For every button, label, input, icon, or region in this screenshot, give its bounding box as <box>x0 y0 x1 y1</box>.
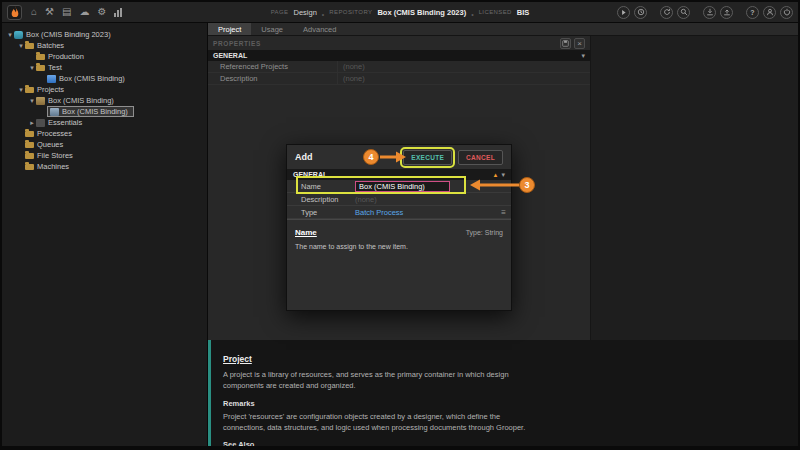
tree-item-label: Queues <box>37 140 63 149</box>
property-row-description[interactable]: Description (none) <box>208 73 590 85</box>
tree-item-project-parent[interactable]: Box (CMIS Binding) <box>2 95 207 106</box>
dialog-group-general[interactable]: GENERAL <box>287 169 511 180</box>
close-icon[interactable] <box>574 38 585 49</box>
properties-title: PROPERTIES <box>213 40 261 47</box>
download-icon[interactable] <box>703 6 716 19</box>
tree-item-label: Essentials <box>48 118 82 127</box>
expand-arrow-icon[interactable] <box>28 97 36 104</box>
tree-item-test[interactable]: Test <box>2 62 207 73</box>
tree-item-batches[interactable]: Batches <box>2 40 207 51</box>
folder-icon <box>25 87 34 93</box>
tree-item-repository[interactable]: Box (CMIS Binding 2023) <box>2 29 207 40</box>
cloud-icon[interactable] <box>79 7 89 17</box>
folder-icon <box>25 164 34 170</box>
top-bar: PAGE Design REPOSITORY Box (CMIS Binding… <box>2 2 798 22</box>
dialog-buttons: EXECUTE CANCEL <box>403 150 503 165</box>
name-input[interactable]: Box (CMIS Binding) <box>355 181 450 192</box>
tree-item-file-stores[interactable]: File Stores <box>2 150 207 161</box>
refresh-icon[interactable] <box>660 6 673 19</box>
app-window: PAGE Design REPOSITORY Box (CMIS Binding… <box>0 0 800 450</box>
top-right-icons: ? <box>617 6 793 19</box>
tree-item-label: Processes <box>37 129 72 138</box>
remarks-heading: Remarks <box>223 399 786 408</box>
flame-icon <box>10 6 20 18</box>
property-label: Referenced Projects <box>208 61 338 72</box>
property-value[interactable]: (none) <box>338 74 365 83</box>
expand-arrow-icon[interactable] <box>17 86 25 93</box>
save-icon[interactable] <box>560 38 571 49</box>
tree-item-processes[interactable]: Processes <box>2 128 207 139</box>
tree-item-batch[interactable]: Box (CMIS Binding) <box>2 73 207 84</box>
help-icon[interactable]: ? <box>746 6 759 19</box>
expand-arrow-icon[interactable] <box>28 64 36 71</box>
tree-item-label: Machines <box>37 162 69 171</box>
remarks-text: Project 'resources' are configuration ob… <box>223 411 533 434</box>
help-panel: Project A project is a library of resour… <box>208 340 798 446</box>
cancel-button[interactable]: CANCEL <box>458 150 503 165</box>
folder-icon <box>36 65 45 71</box>
expand-arrow-icon[interactable] <box>17 42 25 49</box>
tree-item-label: Production <box>48 52 84 61</box>
chevron-down-icon[interactable] <box>501 171 505 179</box>
properties-header: PROPERTIES <box>208 36 590 50</box>
chevron-down-icon[interactable] <box>581 52 585 60</box>
tree-item-essentials[interactable]: Essentials <box>2 117 207 128</box>
tree-item-project-selected[interactable]: Box (CMIS Binding) <box>2 106 207 117</box>
breadcrumb: PAGE Design REPOSITORY Box (CMIS Binding… <box>271 2 530 22</box>
power-icon[interactable] <box>780 6 793 19</box>
annotation-step-3: 3 <box>519 177 535 193</box>
tree-item-projects[interactable]: Projects <box>2 84 207 95</box>
batch-icon <box>47 75 56 83</box>
tree-item-production[interactable]: Production <box>2 51 207 62</box>
tree-item-label: File Stores <box>37 151 73 160</box>
property-row-referenced-projects[interactable]: Referenced Projects (none) <box>208 61 590 73</box>
grooper-logo[interactable] <box>7 5 22 20</box>
tree-item-machines[interactable]: Machines <box>2 161 207 172</box>
group-header-general[interactable]: GENERAL <box>208 50 590 61</box>
execute-button[interactable]: EXECUTE <box>403 150 452 165</box>
batches-icon[interactable] <box>62 7 71 17</box>
stats-icon[interactable] <box>114 8 122 17</box>
help-title: Project <box>223 354 252 364</box>
folder-icon <box>25 142 34 148</box>
dialog-row-description[interactable]: Description (none) <box>287 193 511 206</box>
tree-item-queues[interactable]: Queues <box>2 139 207 150</box>
field-help-title: Name <box>295 228 317 237</box>
help-intro: A project is a library of resources, and… <box>223 369 533 392</box>
tree-item-label: Test <box>48 63 62 72</box>
dialog-row-type[interactable]: Type Batch Process <box>287 206 511 219</box>
tree-item-label: Projects <box>37 85 64 94</box>
clock-icon[interactable] <box>634 6 647 19</box>
selected-item-box[interactable]: Box (CMIS Binding) <box>47 106 134 117</box>
home-icon[interactable] <box>31 7 37 17</box>
tab-usage[interactable]: Usage <box>251 23 293 35</box>
repository-value[interactable]: Box (CMIS Binding 2023) <box>377 8 466 17</box>
page-label: PAGE <box>271 9 289 15</box>
project-icon <box>36 97 45 105</box>
licensed-value: BIS <box>517 8 530 17</box>
page-value[interactable]: Design <box>293 8 316 17</box>
type-value[interactable]: Batch Process <box>355 208 403 217</box>
expand-arrow-icon[interactable] <box>6 31 14 38</box>
field-help-text: The name to assign to the new item. <box>295 243 503 250</box>
tools-icon[interactable] <box>45 7 54 17</box>
menu-icon[interactable] <box>501 208 506 217</box>
licensed-label: LICENSED <box>479 9 512 15</box>
user-icon[interactable] <box>763 6 776 19</box>
separator-dot <box>471 3 473 21</box>
machines-icon[interactable] <box>97 7 106 17</box>
search-icon[interactable] <box>677 6 690 19</box>
top-left-icons <box>31 7 122 17</box>
project-icon <box>36 119 45 127</box>
upload-icon[interactable] <box>720 6 733 19</box>
dialog-header: Add EXECUTE CANCEL <box>287 145 511 169</box>
play-icon[interactable] <box>617 6 630 19</box>
description-value[interactable]: (none) <box>355 195 377 204</box>
field-label: Type <box>287 208 355 217</box>
property-value[interactable]: (none) <box>338 62 365 71</box>
tab-project[interactable]: Project <box>208 23 251 35</box>
dialog-row-name[interactable]: Name Box (CMIS Binding) <box>287 180 511 193</box>
expand-arrow-icon[interactable] <box>28 119 36 126</box>
tab-advanced[interactable]: Advanced <box>293 23 346 35</box>
field-help-type: Type: String <box>466 229 503 236</box>
